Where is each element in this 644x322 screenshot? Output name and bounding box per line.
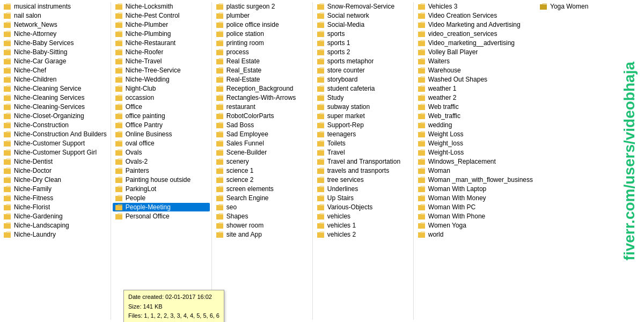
folder-item[interactable]: store counter	[314, 66, 412, 75]
folder-item[interactable]: Niche-Pest Control	[113, 11, 210, 20]
folder-item[interactable]: Night-Club	[113, 84, 210, 93]
folder-item[interactable]: Woman With Laptop	[415, 185, 535, 193]
folder-item[interactable]: world	[415, 230, 535, 239]
folder-item[interactable]: Real Estate	[214, 57, 311, 65]
folder-item[interactable]: travels and trasnports	[314, 166, 412, 175]
folder-item[interactable]: sports 1	[314, 39, 412, 47]
folder-item[interactable]: Online Business	[113, 130, 210, 138]
folder-item[interactable]: Video_marketing__advertising	[415, 39, 535, 47]
folder-item[interactable]: vehicles 2	[314, 230, 412, 239]
folder-item[interactable]: printing room	[214, 39, 311, 47]
folder-item[interactable]: super market	[314, 112, 412, 120]
folder-item[interactable]: student cafeteria	[314, 84, 412, 93]
folder-item[interactable]: Niche-Attorney	[1, 30, 109, 38]
folder-item[interactable]: Niche-Dentist	[1, 157, 109, 166]
folder-item[interactable]: Niche-Family	[1, 185, 109, 193]
folder-item[interactable]: Underlines	[314, 185, 412, 193]
folder-item[interactable]: weather 1	[415, 84, 535, 93]
folder-item[interactable]: Woman With Phone	[415, 212, 535, 221]
folder-item[interactable]: Washed Out Shapes	[415, 75, 535, 84]
folder-item[interactable]: occassion	[113, 93, 210, 102]
folder-item[interactable]: oval office	[113, 139, 210, 148]
folder-item[interactable]: science 2	[214, 175, 311, 184]
folder-item[interactable]: police station	[214, 30, 311, 38]
folder-item[interactable]: Personal Office	[113, 212, 210, 221]
folder-item[interactable]: tree services	[314, 175, 412, 184]
folder-item[interactable]: Social network	[314, 11, 412, 20]
folder-item[interactable]: Scene-Builder	[214, 148, 311, 157]
folder-item[interactable]: Weight Loss	[415, 130, 535, 138]
folder-item[interactable]: Sales Funnel	[214, 139, 311, 148]
folder-item[interactable]: Painting house outside	[113, 175, 210, 184]
folder-item[interactable]: Niche-Roofer	[113, 48, 210, 56]
folder-item[interactable]: Niche-Construction And Builders	[1, 130, 109, 138]
folder-item[interactable]: Niche-Florist	[1, 203, 109, 211]
folder-item[interactable]: musical instruments	[1, 2, 109, 11]
folder-item[interactable]: Waiters	[415, 57, 535, 65]
folder-item[interactable]: Real-Estate	[214, 75, 311, 84]
folder-item[interactable]: Various-Objects	[314, 203, 412, 211]
folder-item[interactable]: wedding	[415, 121, 535, 129]
folder-item[interactable]: Volley Ball Player	[415, 48, 535, 56]
folder-item[interactable]: Social-Media	[314, 20, 412, 29]
folder-item[interactable]: Niche-Restaurant	[113, 39, 210, 47]
folder-item[interactable]: Ovals-2	[113, 157, 210, 166]
folder-item[interactable]: sports metaphor	[314, 57, 412, 65]
folder-item[interactable]: restaurant	[214, 103, 311, 111]
folder-item[interactable]: vehicles 1	[314, 221, 412, 230]
folder-item[interactable]: Niche-Baby-Sitting	[1, 48, 109, 56]
folder-item[interactable]: teenagers	[314, 130, 412, 138]
folder-item[interactable]: video_creation_services	[415, 30, 535, 38]
folder-item[interactable]: Sad Employee	[214, 130, 311, 138]
folder-item[interactable]: Travel and Transportation	[314, 157, 412, 166]
folder-item[interactable]: Web traffic	[415, 103, 535, 111]
folder-item[interactable]: plastic surgeon 2	[214, 2, 311, 11]
folder-item[interactable]: vehicles	[314, 212, 412, 221]
folder-item[interactable]: Woman With Money	[415, 194, 535, 202]
folder-item[interactable]: screen elements	[214, 185, 311, 193]
folder-item[interactable]: Support-Rep	[314, 121, 412, 129]
folder-item[interactable]: Weight_loss	[415, 139, 535, 148]
folder-item[interactable]: sports 2	[314, 48, 412, 56]
folder-item[interactable]: Travel	[314, 148, 412, 157]
folder-item[interactable]: Windows_Replacement	[415, 157, 535, 166]
folder-item[interactable]: Woman _man_with_flower_business	[415, 175, 535, 184]
folder-item[interactable]: Office Pantry	[113, 121, 210, 129]
folder-item[interactable]: Niche-Fitness	[1, 194, 109, 202]
folder-item[interactable]: Painters	[113, 166, 210, 175]
folder-item[interactable]: Reception_Background	[214, 84, 311, 93]
folder-item[interactable]: Niche-Customer Support Girl	[1, 148, 109, 157]
folder-item[interactable]: Women Yoga	[415, 221, 535, 230]
folder-item[interactable]: Niche-Travel	[113, 57, 210, 65]
folder-item[interactable]: Niche-Chef	[1, 66, 109, 75]
folder-item[interactable]: Snow-Removal-Service	[314, 2, 412, 11]
folder-item[interactable]: Niche-Baby Services	[1, 39, 109, 47]
folder-item[interactable]: Niche-Children	[1, 75, 109, 84]
folder-item[interactable]: storyboard	[314, 75, 412, 84]
folder-item[interactable]: Shapes	[214, 212, 311, 221]
folder-item[interactable]: Niche-Landscaping	[1, 221, 109, 230]
folder-item[interactable]: Up Stairs	[314, 194, 412, 202]
folder-item[interactable]: Sad Boss	[214, 121, 311, 129]
folder-item[interactable]: office painting	[113, 112, 210, 120]
folder-item[interactable]: Network_News	[1, 20, 109, 29]
folder-item[interactable]: Woman	[415, 166, 535, 175]
folder-item[interactable]: Niche-Dry Clean	[1, 175, 109, 184]
folder-item[interactable]: Video Creation Services	[415, 11, 535, 20]
folder-item[interactable]: subway station	[314, 103, 412, 111]
folder-item[interactable]: plumber	[214, 11, 311, 20]
folder-item[interactable]: Study	[314, 93, 412, 102]
folder-item[interactable]: Ovals	[113, 148, 210, 157]
folder-item[interactable]: Office	[113, 103, 210, 111]
folder-item[interactable]: Woman With PC	[415, 203, 535, 211]
folder-item[interactable]: Niche-Plumber	[113, 20, 210, 29]
folder-item[interactable]: site and App	[214, 230, 311, 239]
folder-item[interactable]: Niche-Cleaning-Services	[1, 103, 109, 111]
folder-item[interactable]: Niche-Cleaning Service	[1, 84, 109, 93]
folder-item[interactable]: shower room	[214, 221, 311, 230]
folder-item[interactable]: Niche-Closet-Organizing	[1, 112, 109, 120]
folder-item[interactable]: science 1	[214, 166, 311, 175]
folder-item[interactable]: sports	[314, 30, 412, 38]
folder-item[interactable]: Niche-Laundry	[1, 230, 109, 239]
folder-item[interactable]: Niche-Doctor	[1, 166, 109, 175]
